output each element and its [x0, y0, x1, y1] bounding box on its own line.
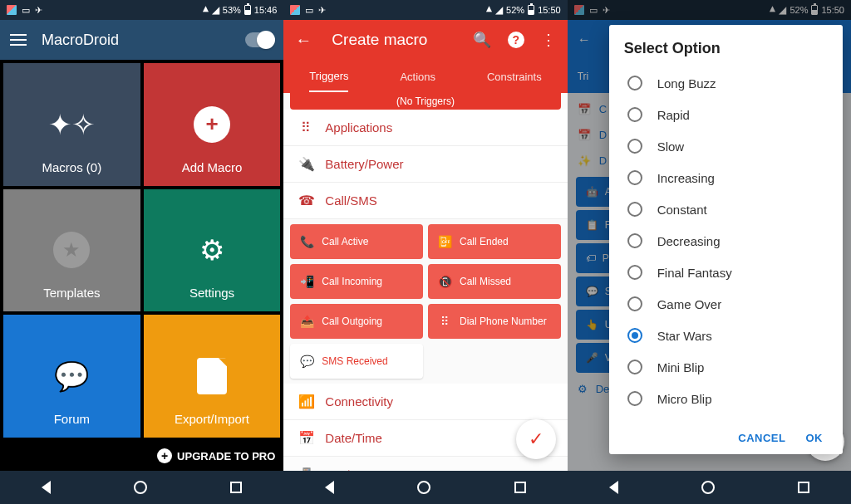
- calendar-icon: 📅: [298, 430, 313, 446]
- ok-button[interactable]: OK: [805, 432, 823, 444]
- android-navbar: [283, 471, 567, 504]
- nav-home[interactable]: [417, 481, 430, 494]
- option-rapid[interactable]: Rapid: [624, 99, 828, 130]
- dialog-title: Select Option: [624, 40, 828, 57]
- tile-add-macro[interactable]: + Add Macro: [144, 63, 281, 186]
- option-decreasing[interactable]: Decreasing: [624, 225, 828, 257]
- battery-icon: [528, 5, 534, 15]
- app-notif-icon: [290, 5, 300, 15]
- option-label: Long Buzz: [657, 76, 716, 91]
- wifi-cat-icon: 📶: [298, 394, 313, 409]
- option-long-buzz[interactable]: Long Buzz: [624, 67, 828, 99]
- nav-recent[interactable]: [514, 482, 526, 493]
- option-star-wars[interactable]: Star Wars: [624, 320, 828, 351]
- option-micro-blip[interactable]: Micro Blip: [624, 383, 828, 414]
- tab-constraints[interactable]: Constraints: [487, 71, 542, 83]
- nav-back[interactable]: [609, 481, 618, 494]
- chip-dial-number[interactable]: ⠿Dial Phone Number: [428, 304, 561, 339]
- category-battery[interactable]: 🔌Battery/Power: [283, 146, 567, 183]
- wifi-icon: [486, 5, 492, 16]
- cancel-button[interactable]: CANCEL: [738, 432, 785, 444]
- chip-call-outgoing[interactable]: 📤Call Outgoing: [290, 304, 423, 339]
- clock: 15:50: [538, 5, 561, 15]
- tile-label: Templates: [43, 286, 100, 300]
- phone-icon: ☎: [298, 193, 313, 208]
- tile-label: Export/Import: [175, 412, 249, 426]
- nav-home[interactable]: [701, 481, 715, 494]
- screen-title: Create macro: [332, 31, 427, 49]
- tile-settings[interactable]: ⚙ Settings: [144, 189, 281, 312]
- phone-out-icon: 📤: [300, 315, 313, 328]
- overflow-icon[interactable]: ⋮: [541, 31, 556, 49]
- radio-icon: [627, 202, 642, 217]
- menu-icon[interactable]: [10, 34, 27, 46]
- chip-sms-received[interactable]: 💬SMS Received: [290, 344, 422, 379]
- chip-call-ended[interactable]: 📴Call Ended: [428, 224, 561, 259]
- tile-templates[interactable]: ★ Templates: [3, 189, 140, 312]
- option-slow[interactable]: Slow: [624, 130, 828, 162]
- option-mini-blip[interactable]: Mini Blip: [624, 351, 828, 383]
- category-call-sms[interactable]: ☎Call/SMS: [283, 183, 567, 219]
- category-connectivity[interactable]: 📶Connectivity: [283, 384, 567, 420]
- send-icon: ✈: [35, 5, 42, 16]
- plus-circle-icon: +: [157, 448, 172, 463]
- tile-export-import[interactable]: Export/Import: [144, 315, 281, 438]
- help-icon[interactable]: ?: [508, 32, 524, 48]
- radio-icon: [627, 391, 642, 406]
- check-icon: ✓: [529, 428, 544, 450]
- no-triggers-strip: (No Triggers): [290, 93, 560, 110]
- option-label: Increasing: [657, 171, 715, 185]
- upgrade-bar[interactable]: + UPGRADE TO PRO: [0, 441, 283, 471]
- option-constant[interactable]: Constant: [624, 193, 828, 225]
- option-label: Rapid: [657, 108, 690, 122]
- battery-percent: 53%: [223, 5, 241, 15]
- signal-icon: [212, 4, 219, 16]
- option-label: Final Fantasy: [657, 266, 732, 280]
- toolbar: ← Create macro 🔍 ? ⋮ Triggers Actions Co…: [283, 20, 567, 93]
- nav-recent[interactable]: [798, 482, 809, 493]
- radio-icon: [627, 328, 642, 343]
- search-icon[interactable]: 🔍: [473, 31, 491, 49]
- master-toggle[interactable]: [245, 32, 273, 47]
- chip-call-missed[interactable]: 📵Call Missed: [428, 264, 561, 299]
- option-final-fantasy[interactable]: Final Fantasy: [624, 257, 828, 288]
- tab-bar: Triggers Actions Constraints: [283, 60, 567, 93]
- back-icon[interactable]: ←: [295, 31, 312, 50]
- app-title: MacroDroid: [42, 32, 119, 49]
- tab-actions[interactable]: Actions: [400, 71, 435, 83]
- tile-label: Settings: [189, 286, 234, 300]
- tile-forum[interactable]: 💬 Forum: [3, 315, 140, 438]
- battery-percent: 52%: [506, 5, 524, 15]
- tab-triggers[interactable]: Triggers: [309, 70, 348, 92]
- option-label: Star Wars: [657, 329, 712, 343]
- radio-icon: [627, 360, 642, 374]
- chip-call-active[interactable]: 📞Call Active: [290, 224, 423, 259]
- nav-recent[interactable]: [230, 482, 242, 493]
- option-game-over[interactable]: Game Over: [624, 288, 828, 320]
- sms-icon: 💬: [300, 355, 313, 368]
- dialog-actions: CANCEL OK: [624, 423, 828, 448]
- category-device-events[interactable]: 📱Device Events: [283, 457, 567, 471]
- nav-back[interactable]: [325, 481, 334, 494]
- chip-call-incoming[interactable]: 📲Call Incoming: [290, 264, 423, 299]
- send-icon: ✈: [318, 5, 326, 16]
- phone-missed-icon: 📵: [438, 275, 451, 288]
- nav-home[interactable]: [134, 481, 147, 494]
- option-label: Constant: [657, 203, 707, 217]
- sparkle-icon: ✦✧: [52, 105, 91, 144]
- chat-icon: 💬: [52, 356, 91, 396]
- dialpad-icon: ⠿: [438, 315, 451, 328]
- android-navbar: [568, 471, 851, 504]
- option-label: Micro Blip: [657, 392, 712, 406]
- tile-macros[interactable]: ✦✧ Macros (0): [3, 63, 140, 186]
- app-notif-icon: [7, 5, 17, 15]
- tile-grid: ✦✧ Macros (0) + Add Macro ★ Templates ⚙ …: [0, 60, 283, 441]
- photo-icon: ▭: [22, 5, 30, 16]
- option-increasing[interactable]: Increasing: [624, 162, 828, 193]
- category-applications[interactable]: ⠿Applications: [283, 110, 567, 146]
- call-sms-items: 📞Call Active 📴Call Ended 📲Call Incoming …: [283, 219, 567, 384]
- select-option-screen: ▭ ✈ 52% 15:50 ← ⋮ Tri aints 📅 C 📅 D ✨ D …: [568, 0, 851, 504]
- photo-icon: ▭: [305, 5, 313, 16]
- confirm-fab[interactable]: ✓: [516, 419, 556, 459]
- nav-back[interactable]: [42, 481, 51, 494]
